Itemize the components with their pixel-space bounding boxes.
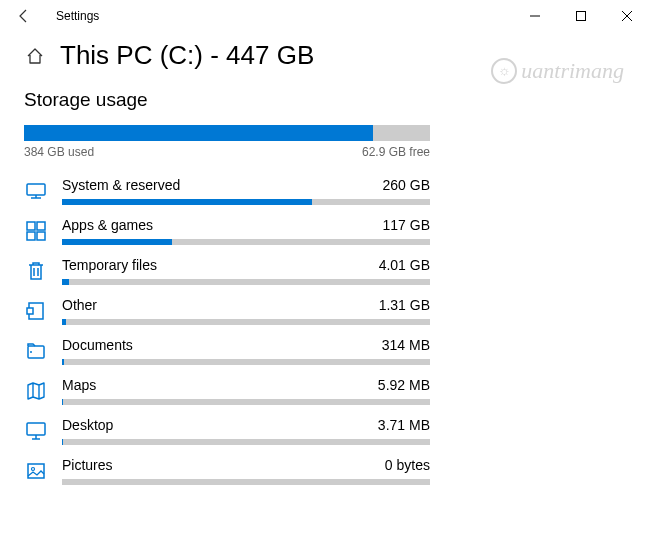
section-title: Storage usage <box>24 89 430 111</box>
page-title: This PC (C:) - 447 GB <box>60 40 314 71</box>
svg-rect-5 <box>27 222 35 230</box>
category-bar <box>62 479 430 485</box>
overall-storage-bar <box>24 125 430 141</box>
category-label: Maps <box>62 377 96 393</box>
category-bar <box>62 439 430 445</box>
overall-labels: 384 GB used 62.9 GB free <box>24 145 430 159</box>
storage-category[interactable]: Desktop3.71 MB <box>24 409 430 449</box>
category-bar <box>62 239 430 245</box>
category-body: Desktop3.71 MB <box>62 417 430 445</box>
svg-rect-6 <box>37 222 45 230</box>
category-body: Apps & games117 GB <box>62 217 430 245</box>
system-icon <box>24 179 48 203</box>
svg-rect-2 <box>27 184 45 195</box>
category-label: Other <box>62 297 97 313</box>
category-size: 0 bytes <box>385 457 430 473</box>
storage-category[interactable]: Temporary files4.01 GB <box>24 249 430 289</box>
category-bar <box>62 319 430 325</box>
desktop-icon <box>24 419 48 443</box>
window-title: Settings <box>56 9 99 23</box>
category-label: Desktop <box>62 417 113 433</box>
storage-category[interactable]: Apps & games117 GB <box>24 209 430 249</box>
category-bar <box>62 359 430 365</box>
svg-rect-13 <box>27 423 45 435</box>
category-fill <box>62 399 63 405</box>
category-label: System & reserved <box>62 177 180 193</box>
svg-rect-8 <box>37 232 45 240</box>
category-fill <box>62 199 312 205</box>
category-size: 1.31 GB <box>379 297 430 313</box>
storage-category[interactable]: Pictures0 bytes <box>24 449 430 489</box>
storage-category[interactable]: Maps5.92 MB <box>24 369 430 409</box>
svg-rect-7 <box>27 232 35 240</box>
svg-point-17 <box>32 468 35 471</box>
overall-storage-fill <box>24 125 373 141</box>
other-icon <box>24 299 48 323</box>
maps-icon <box>24 379 48 403</box>
home-icon[interactable] <box>24 45 46 67</box>
titlebar: Settings <box>0 0 650 32</box>
pictures-icon <box>24 459 48 483</box>
used-label: 384 GB used <box>24 145 94 159</box>
category-fill <box>62 359 64 365</box>
storage-category[interactable]: Other1.31 GB <box>24 289 430 329</box>
category-body: Pictures0 bytes <box>62 457 430 485</box>
category-size: 260 GB <box>383 177 430 193</box>
category-body: System & reserved260 GB <box>62 177 430 205</box>
category-fill <box>62 439 63 445</box>
close-button[interactable] <box>604 0 650 32</box>
svg-point-12 <box>30 351 32 353</box>
svg-rect-1 <box>577 12 586 21</box>
storage-category[interactable]: Documents314 MB <box>24 329 430 369</box>
category-body: Maps5.92 MB <box>62 377 430 405</box>
category-fill <box>62 239 172 245</box>
category-size: 314 MB <box>382 337 430 353</box>
documents-icon <box>24 339 48 363</box>
content: Storage usage 384 GB used 62.9 GB free S… <box>0 71 430 489</box>
category-bar <box>62 279 430 285</box>
back-button[interactable] <box>8 0 40 32</box>
category-label: Temporary files <box>62 257 157 273</box>
category-bar <box>62 399 430 405</box>
category-bar <box>62 199 430 205</box>
category-body: Other1.31 GB <box>62 297 430 325</box>
trash-icon <box>24 259 48 283</box>
category-fill <box>62 319 66 325</box>
free-label: 62.9 GB free <box>362 145 430 159</box>
category-label: Documents <box>62 337 133 353</box>
page-header: This PC (C:) - 447 GB <box>0 32 650 71</box>
category-size: 3.71 MB <box>378 417 430 433</box>
category-fill <box>62 279 69 285</box>
maximize-button[interactable] <box>558 0 604 32</box>
category-size: 4.01 GB <box>379 257 430 273</box>
category-label: Pictures <box>62 457 113 473</box>
category-label: Apps & games <box>62 217 153 233</box>
apps-icon <box>24 219 48 243</box>
storage-category[interactable]: System & reserved260 GB <box>24 169 430 209</box>
svg-rect-10 <box>27 308 33 314</box>
window-controls <box>512 0 650 32</box>
minimize-button[interactable] <box>512 0 558 32</box>
category-body: Documents314 MB <box>62 337 430 365</box>
category-body: Temporary files4.01 GB <box>62 257 430 285</box>
category-size: 117 GB <box>383 217 430 233</box>
category-size: 5.92 MB <box>378 377 430 393</box>
